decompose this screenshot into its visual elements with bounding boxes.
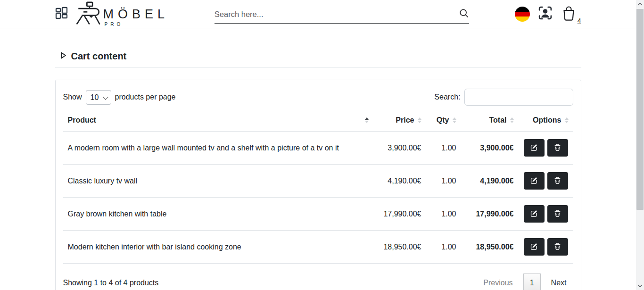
column-header-price[interactable]: Price — [373, 109, 426, 132]
sort-icon — [418, 117, 421, 123]
total-cell: 4,190.00€ — [461, 165, 519, 198]
browser-viewport: MÖBEL PRO — [0, 0, 644, 290]
cart-table-card: Show 10 products per page Search: — [55, 80, 581, 290]
grid-menu-button[interactable] — [55, 7, 68, 22]
delete-item-button[interactable] — [547, 238, 568, 256]
column-label: Options — [533, 116, 561, 124]
sort-icon — [453, 117, 456, 123]
edit-item-button[interactable] — [524, 238, 545, 256]
product-name-cell: A modern room with a large wall mounted … — [63, 132, 373, 165]
product-name-cell: Classic luxury tv wall — [63, 165, 373, 198]
pencil-square-icon — [530, 143, 538, 153]
pencil-square-icon — [530, 242, 538, 252]
column-header-qty[interactable]: Qty — [426, 109, 461, 132]
table-search-label: Search: — [434, 93, 460, 101]
trash-icon — [553, 143, 561, 153]
column-header-total[interactable]: Total — [461, 109, 519, 132]
cart-table: Product Price — [63, 109, 573, 264]
qty-cell: 1.00 — [426, 231, 461, 264]
price-cell: 17,990.00€ — [373, 198, 426, 231]
column-header-options[interactable]: Options — [519, 109, 573, 132]
edit-item-button[interactable] — [524, 139, 545, 157]
edit-item-button[interactable] — [524, 205, 545, 223]
total-cell: 18,950.00€ — [461, 231, 519, 264]
cart-link[interactable]: 4 — [561, 5, 581, 24]
title-divider — [55, 67, 581, 68]
grid-menu-icon — [55, 7, 68, 22]
search-icon[interactable] — [459, 8, 469, 20]
cart-table-row: Gray brown kitchen with table 17,990.00€… — [63, 198, 573, 231]
sort-icon — [510, 117, 514, 123]
column-header-product[interactable]: Product — [63, 109, 373, 132]
column-label: Price — [396, 116, 414, 124]
column-label: Total — [489, 116, 506, 124]
trash-icon — [553, 209, 561, 219]
per-page-label: products per page — [115, 93, 176, 101]
scrollbar-down-button[interactable] — [636, 282, 644, 290]
price-cell: 3,900.00€ — [373, 132, 426, 165]
global-search-bar — [215, 8, 469, 24]
trash-icon — [553, 242, 561, 252]
sort-icon — [565, 117, 569, 123]
german-flag-icon[interactable] — [515, 7, 530, 22]
product-name-cell: Gray brown kitchen with table — [63, 198, 373, 231]
next-page-button[interactable]: Next — [545, 275, 573, 290]
show-label: Show — [63, 93, 82, 101]
qty-cell: 1.00 — [426, 132, 461, 165]
cart-count-badge[interactable]: 4 — [578, 17, 581, 25]
page-title: Cart content — [71, 51, 127, 62]
qty-cell: 1.00 — [426, 198, 461, 231]
qty-cell: 1.00 — [426, 165, 461, 198]
price-cell: 18,950.00€ — [373, 231, 426, 264]
cart-table-row: A modern room with a large wall mounted … — [63, 132, 573, 165]
page-size-select-wrap: 10 — [86, 90, 111, 105]
chair-logo-icon — [75, 1, 102, 27]
shopping-bag-icon — [561, 5, 577, 24]
trash-icon — [553, 176, 561, 186]
column-label: Product — [68, 116, 96, 124]
table-info-text: Showing 1 to 4 of 4 products — [63, 279, 159, 287]
delete-item-button[interactable] — [547, 172, 568, 190]
table-header-row: Product Price — [63, 109, 573, 132]
caret-right-icon — [60, 51, 67, 61]
pencil-square-icon — [530, 209, 538, 219]
cart-table-row: Modern kitchen interior with bar island … — [63, 231, 573, 264]
scrollbar-up-button[interactable] — [636, 0, 644, 8]
brand-name: MÖBEL — [103, 8, 169, 21]
delete-item-button[interactable] — [547, 205, 568, 223]
main-content: Cart content Show 10 products per page — [55, 28, 581, 290]
table-search-input[interactable] — [464, 89, 573, 106]
current-page-button[interactable]: 1 — [523, 273, 541, 290]
page-size-select[interactable]: 10 — [86, 90, 111, 105]
total-cell: 17,990.00€ — [461, 198, 519, 231]
top-navigation-bar: MÖBEL PRO — [0, 0, 636, 28]
cart-page: MÖBEL PRO — [0, 0, 636, 290]
price-cell: 4,190.00€ — [373, 165, 426, 198]
brand-subtitle: PRO — [103, 22, 169, 27]
scrollbar-thumb[interactable] — [636, 9, 644, 210]
pencil-square-icon — [530, 176, 538, 186]
pagination: Previous 1 Next — [477, 273, 573, 290]
edit-item-button[interactable] — [524, 172, 545, 190]
product-name-cell: Modern kitchen interior with bar island … — [63, 231, 373, 264]
delete-item-button[interactable] — [547, 139, 568, 157]
total-cell: 3,900.00€ — [461, 132, 519, 165]
previous-page-button[interactable]: Previous — [477, 275, 519, 290]
brand-logo[interactable]: MÖBEL PRO — [75, 1, 169, 27]
table-body: A modern room with a large wall mounted … — [63, 132, 573, 264]
account-icon[interactable] — [537, 5, 553, 23]
brand-text: MÖBEL PRO — [103, 8, 169, 27]
global-search-input[interactable] — [215, 10, 459, 19]
cart-table-row: Classic luxury tv wall 4,190.00€ 1.00 4,… — [63, 165, 573, 198]
vertical-scrollbar[interactable] — [636, 0, 644, 290]
sort-ascending-icon — [365, 117, 369, 123]
column-label: Qty — [437, 116, 449, 124]
